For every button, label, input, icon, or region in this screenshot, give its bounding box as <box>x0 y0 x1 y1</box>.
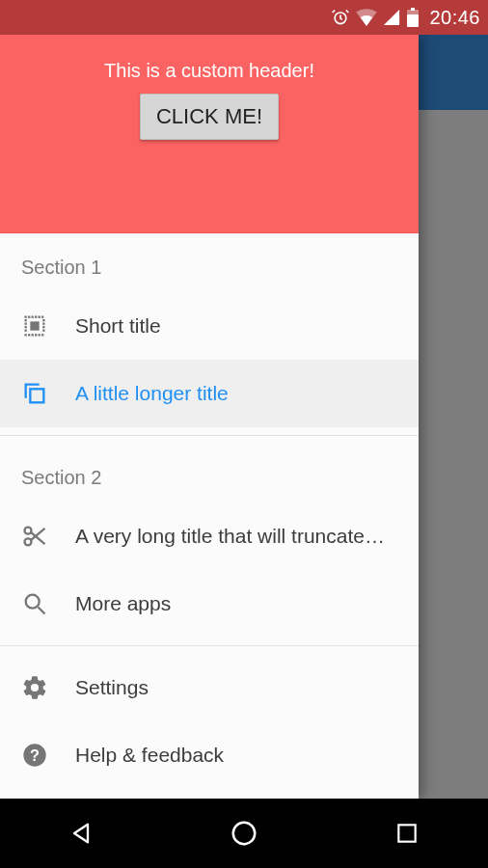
svg-rect-17 <box>25 319 27 321</box>
battery-icon <box>406 8 420 27</box>
svg-rect-11 <box>25 334 27 336</box>
navigation-drawer: This is a custom header! CLICK ME! Secti… <box>0 35 419 799</box>
copy-icon <box>21 380 75 407</box>
svg-rect-18 <box>25 323 27 325</box>
svg-point-28 <box>26 595 40 609</box>
status-icons: 20:46 <box>331 7 480 29</box>
drawer-item-label: Settings <box>75 676 397 699</box>
svg-rect-32 <box>398 825 415 841</box>
svg-rect-24 <box>42 330 44 332</box>
android-nav-bar <box>0 799 488 868</box>
svg-rect-23 <box>42 326 44 328</box>
drawer-header: This is a custom header! CLICK ME! <box>0 35 419 233</box>
svg-rect-22 <box>42 323 44 325</box>
cell-signal-icon <box>383 9 400 26</box>
svg-rect-16 <box>41 334 43 336</box>
section-divider <box>0 435 419 436</box>
svg-rect-13 <box>32 334 34 336</box>
svg-rect-5 <box>25 316 27 318</box>
svg-rect-15 <box>39 334 41 336</box>
svg-rect-6 <box>28 316 30 318</box>
svg-rect-10 <box>41 316 43 318</box>
select-all-icon <box>21 312 75 339</box>
section-divider <box>0 645 419 646</box>
drawer-item-label: Help & feedback <box>75 744 397 767</box>
gear-icon <box>21 674 75 701</box>
drawer-item-more-apps[interactable]: More apps <box>0 570 419 637</box>
nav-recent-button[interactable] <box>349 821 465 846</box>
drawer-item-longer-title[interactable]: A little longer title <box>0 360 419 427</box>
svg-point-31 <box>233 823 256 845</box>
svg-rect-12 <box>28 334 30 336</box>
drawer-item-help-feedback[interactable]: ? Help & feedback <box>0 721 419 789</box>
svg-text:?: ? <box>30 746 40 764</box>
svg-rect-19 <box>25 326 27 328</box>
svg-rect-20 <box>25 330 27 332</box>
svg-rect-7 <box>32 316 34 318</box>
cut-scissors-icon <box>21 523 75 550</box>
svg-rect-25 <box>30 389 43 402</box>
click-me-button[interactable]: CLICK ME! <box>140 94 279 140</box>
svg-rect-14 <box>35 334 37 336</box>
section-2-label: Section 2 <box>0 444 419 502</box>
drawer-item-short-title[interactable]: Short title <box>0 292 419 360</box>
status-bar: 20:46 <box>0 0 488 35</box>
nav-back-button[interactable] <box>23 820 139 847</box>
drawer-item-label: More apps <box>75 592 397 615</box>
svg-rect-8 <box>35 316 37 318</box>
wifi-icon <box>356 9 377 26</box>
drawer-header-title: This is a custom header! <box>0 35 419 82</box>
svg-rect-21 <box>42 319 44 321</box>
alarm-icon <box>331 8 350 27</box>
svg-rect-2 <box>407 14 419 27</box>
nav-home-button[interactable] <box>186 819 302 848</box>
drawer-item-settings[interactable]: Settings <box>0 654 419 721</box>
drawer-item-label: Short title <box>75 314 397 338</box>
svg-rect-9 <box>39 316 41 318</box>
search-icon <box>21 590 75 617</box>
drawer-item-label: A little longer title <box>75 382 397 405</box>
help-icon: ? <box>21 742 75 769</box>
section-1-label: Section 1 <box>0 233 419 292</box>
status-time: 20:46 <box>429 7 480 29</box>
drawer-item-label: A very long title that will truncate… <box>75 525 397 548</box>
drawer-item-truncated[interactable]: A very long title that will truncate… <box>0 502 419 570</box>
svg-rect-3 <box>411 8 415 11</box>
svg-rect-4 <box>30 321 39 330</box>
